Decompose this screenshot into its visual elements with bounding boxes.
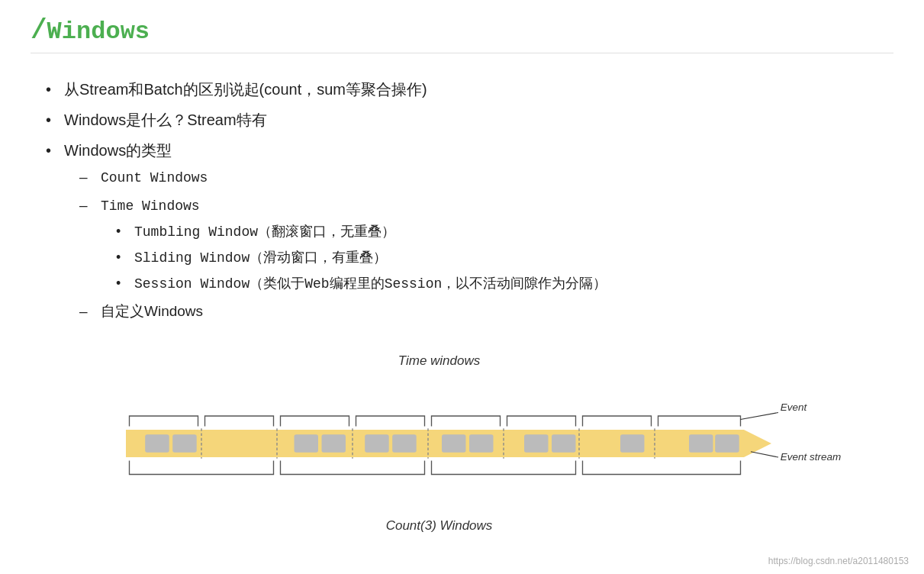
diagram-area: Time windows (31, 353, 893, 534)
event-11 (620, 434, 645, 452)
event-stream-label-text: Event stream (780, 450, 841, 462)
subsub-session: Session Window（类似于Web编程里的Session，以不活动间隙作… (116, 273, 893, 295)
sub-sub-list: Tumbling Window（翻滚窗口，无重叠） Sliding Window… (101, 217, 893, 295)
bottom-bracket-1 (129, 460, 273, 474)
main-list: 从Stream和Batch的区别说起(count，sum等聚合操作) Windo… (31, 66, 893, 331)
top-bracket-4 (356, 416, 424, 427)
sub-item-count-windows: Count Windows (79, 166, 893, 189)
sub-item-custom-windows: 自定义Windows (79, 301, 893, 323)
content-area: 从Stream和Batch的区别说起(count，sum等聚合操作) Windo… (31, 66, 893, 534)
event-12 (689, 434, 713, 452)
count-windows-label: Count Windows (101, 170, 208, 185)
page-title: /Windows (31, 15, 893, 53)
time-windows-label: Time Windows (101, 198, 200, 214)
event-3 (294, 434, 318, 452)
event-stream-arrow-line (751, 451, 778, 456)
top-bracket-2 (204, 416, 273, 427)
top-bracket-3 (280, 416, 349, 427)
page-container: /Windows 从Stream和Batch的区别说起(count，sum等聚合… (0, 0, 924, 574)
stream-body (126, 430, 771, 457)
bullet-item-1: 从Stream和Batch的区别说起(count，sum等聚合操作) (46, 78, 893, 101)
diagram-label-bottom: Count(3) Windows (386, 518, 493, 534)
event-5 (365, 434, 389, 452)
title-text: Windows (47, 18, 150, 46)
sub-item-time-windows: Time Windows Tumbling Window（翻滚窗口，无重叠） S… (79, 195, 893, 295)
bullet-text-3: Windows的类型 (64, 142, 172, 159)
diagram-wrapper: Event Event stream (89, 375, 836, 512)
diagram-label-top: Time windows (398, 353, 481, 369)
top-bracket-5 (431, 416, 500, 427)
event-6 (392, 434, 417, 452)
sub-list: Count Windows Time Windows Tumbling Wind… (64, 162, 893, 323)
event-13 (715, 434, 739, 452)
event-arrow-line (740, 412, 778, 419)
session-label: Session Window（类似于Web编程里的Session，以不活动间隙作… (134, 276, 607, 292)
sliding-label: Sliding Window（滑动窗口，有重叠） (134, 250, 387, 266)
footnote: https://blog.csdn.net/a2011480153 (768, 556, 909, 566)
event-4 (321, 434, 346, 452)
bullet-item-3: Windows的类型 Count Windows Time Windows Tu… (46, 139, 893, 323)
event-2 (172, 434, 197, 452)
top-bracket-1 (129, 416, 198, 427)
bottom-bracket-4 (582, 460, 740, 474)
event-7 (442, 434, 466, 452)
title-slash: / (31, 15, 47, 47)
top-bracket-6 (507, 416, 575, 427)
event-1 (145, 434, 169, 452)
bottom-bracket-3 (431, 460, 575, 474)
bullet-text-1: 从Stream和Batch的区别说起(count，sum等聚合操作) (64, 81, 427, 98)
bullet-item-2: Windows是什么？Stream特有 (46, 108, 893, 131)
bottom-bracket-2 (280, 460, 424, 474)
custom-windows-label: 自定义Windows (101, 303, 203, 319)
event-8 (469, 434, 494, 452)
diagram-svg: Event Event stream (89, 375, 836, 512)
subsub-tumbling: Tumbling Window（翻滚窗口，无重叠） (116, 221, 893, 243)
tumbling-label: Tumbling Window（翻滚窗口，无重叠） (134, 224, 395, 240)
top-bracket-8 (658, 416, 740, 427)
top-bracket-7 (582, 416, 651, 427)
subsub-sliding: Sliding Window（滑动窗口，有重叠） (116, 247, 893, 269)
event-10 (552, 434, 576, 452)
bullet-text-2: Windows是什么？Stream特有 (64, 111, 267, 128)
event-9 (524, 434, 549, 452)
event-label-text: Event (780, 401, 807, 412)
